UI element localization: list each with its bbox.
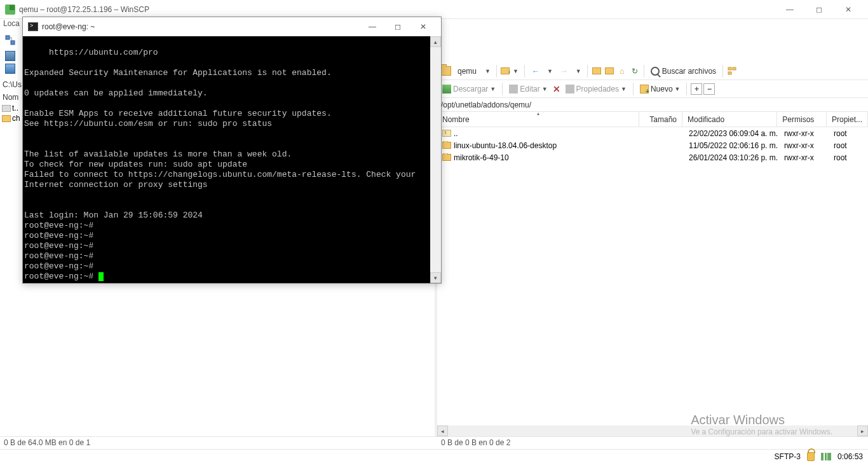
app-title: qemu – root@172.25.1.196 – WinSCP [19, 5, 775, 14]
new-button[interactable]: Nuevo ▼ [637, 85, 683, 93]
local-parent-row[interactable]: t.. [0, 103, 22, 113]
panel-status-row: 0 B de 64.0 MB en 0 de 1 0 B de 0 B en 0… [0, 436, 868, 449]
local-item-row[interactable]: ch [0, 113, 22, 123]
folder-icon [442, 142, 451, 149]
delete-button[interactable]: ✕ [553, 84, 560, 94]
table-row[interactable]: linux-ubuntu-18.04.06-desktop11/05/2022 … [437, 139, 868, 151]
remote-path-bar[interactable]: /opt/unetlab/addons/qemu/ [437, 98, 868, 112]
back-button[interactable]: ← [529, 65, 543, 78]
location-dropdown-icon[interactable]: ▼ [483, 68, 492, 74]
search-files-button[interactable]: Buscar archivos [648, 67, 719, 76]
header-size[interactable]: Tamaño [639, 112, 682, 127]
lock-icon [807, 452, 815, 461]
header-owner[interactable]: Propiet... [827, 112, 868, 127]
remote-file-list: ..22/02/2023 06:09:04 a. m.rwxr-xr-xroot… [437, 127, 868, 425]
scroll-down-button[interactable]: ▾ [430, 272, 441, 283]
session-time: 0:06:53 [837, 452, 863, 461]
terminal-minimize-button[interactable]: — [360, 18, 385, 35]
forward-button[interactable]: → [557, 65, 571, 78]
new-folder-icon [640, 85, 649, 93]
folder-icon [2, 115, 11, 122]
local-path-fragment: C:\Us [3, 80, 20, 89]
edit-button[interactable]: Editar ▼ [506, 85, 550, 93]
protocol-label: SFTP-3 [775, 452, 801, 461]
terminal-maximize-button[interactable]: ◻ [385, 18, 410, 35]
forward-history-dropdown[interactable]: ▼ [574, 68, 583, 74]
terminal-output[interactable]: https://ubuntu.com/pro Expanded Security… [23, 36, 430, 283]
parent-dir-button[interactable] [592, 66, 602, 76]
maximize-button[interactable]: ◻ [804, 0, 834, 19]
properties-icon [566, 85, 574, 93]
folder-up-icon [2, 105, 11, 112]
minimize-button[interactable]: — [775, 0, 804, 19]
remote-address-toolbar: qemu ▼ › ▼ ← ▼ → ▼ ⌂ ↻ Buscar archivos [437, 62, 868, 80]
remote-panel: qemu ▼ › ▼ ← ▼ → ▼ ⌂ ↻ Buscar archivos D… [437, 62, 868, 436]
folder-open-icon: › [501, 67, 510, 74]
local-drive-icon[interactable] [5, 51, 15, 61]
remote-action-toolbar: Descargar ▼ Editar ▼ ✕ Propiedades ▼ Nue… [437, 80, 868, 98]
terminal-window: root@eve-ng: ~ — ◻ ✕ https://ubuntu.com/… [22, 17, 442, 284]
properties-button[interactable]: Propiedades ▼ [563, 85, 629, 93]
local-drive-selected-icon[interactable] [5, 64, 15, 74]
sort-arrow-icon: ▴ [537, 111, 539, 116]
app-icon [5, 4, 15, 15]
svg-rect-2 [728, 67, 731, 70]
remote-list-header: Nombre▴ Tamaño Modificado Permisos Propi… [437, 112, 868, 127]
remote-status-text: 0 B de 0 B en 0 de 2 [437, 437, 868, 449]
edit-icon [509, 85, 518, 93]
table-row[interactable]: mikrotik-6-49-1026/01/2024 03:10:26 p. m… [437, 151, 868, 163]
refresh-button[interactable]: ↻ [630, 66, 640, 76]
header-name[interactable]: Nombre▴ [437, 112, 639, 127]
scroll-left-button[interactable]: ◂ [437, 425, 448, 436]
back-history-dropdown[interactable]: ▼ [545, 68, 555, 74]
select-minus-button[interactable]: − [703, 83, 715, 95]
local-status-text: 0 B de 64.0 MB en 0 de 1 [0, 437, 437, 449]
scroll-up-button[interactable]: ▴ [430, 36, 441, 47]
scroll-right-button[interactable]: ▸ [857, 425, 868, 436]
home-button[interactable]: ⌂ [617, 66, 627, 76]
select-plus-button[interactable]: + [691, 83, 702, 95]
table-row[interactable]: ..22/02/2023 06:09:04 a. m.rwxr-xr-xroot [437, 127, 868, 139]
terminal-close-button[interactable]: ✕ [410, 18, 436, 35]
svg-rect-4 [728, 72, 731, 74]
search-icon [651, 67, 660, 76]
svg-rect-0 [6, 36, 10, 39]
download-button[interactable]: Descargar ▼ [440, 85, 498, 93]
windows-activation-watermark: Activar Windows Ve a Configuración para … [691, 413, 832, 436]
svg-rect-3 [733, 67, 736, 70]
local-panel-label: Loca [3, 19, 20, 28]
root-dir-button[interactable] [604, 66, 614, 76]
header-modified[interactable]: Modificado [682, 112, 777, 127]
download-icon [442, 85, 451, 93]
terminal-scrollbar[interactable]: ▴ ▾ [430, 36, 441, 283]
folder-icon [442, 154, 451, 161]
header-perms[interactable]: Permisos [777, 112, 827, 127]
open-folder-button[interactable]: › ▼ [501, 67, 520, 74]
terminal-icon [28, 22, 38, 31]
remote-location[interactable]: qemu [454, 67, 480, 76]
close-button[interactable]: ✕ [834, 0, 863, 19]
sync-icon[interactable] [3, 33, 17, 47]
terminal-titlebar[interactable]: root@eve-ng: ~ — ◻ ✕ [23, 17, 441, 36]
folder-up-icon [442, 130, 451, 137]
terminal-body[interactable]: https://ubuntu.com/pro Expanded Security… [23, 36, 441, 283]
local-panel-fragment: C:\Us Nom t.. ch [0, 32, 22, 123]
local-header-fragment: Nom [3, 93, 20, 102]
app-statusbar: SFTP-3 0:06:53 [0, 449, 868, 463]
tree-toggle-button[interactable] [727, 66, 737, 76]
terminal-title: root@eve-ng: ~ [42, 22, 360, 31]
signal-icon [821, 453, 831, 460]
svg-rect-1 [11, 41, 15, 45]
